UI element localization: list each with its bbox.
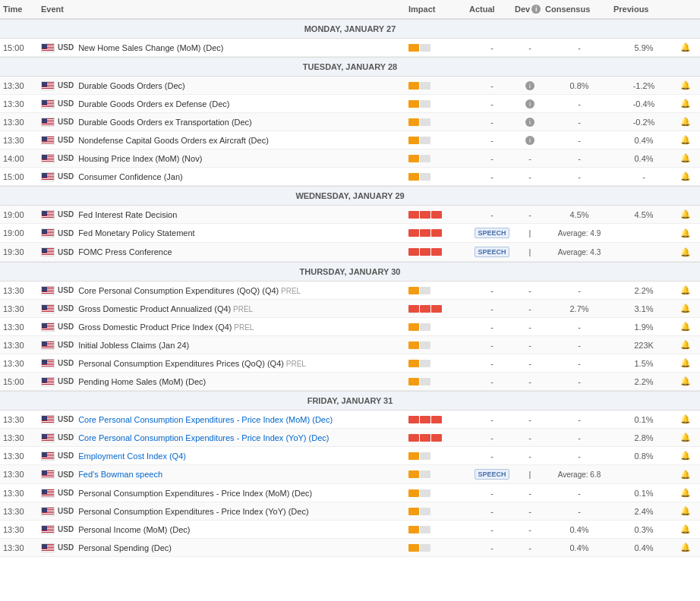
event-name: Pending Home Sales (MoM) (Dec): [78, 377, 206, 386]
currency-label: USD: [58, 136, 74, 144]
impact-cell: [408, 82, 469, 90]
dev-cell: |: [515, 247, 545, 256]
table-row: 13:30USDPersonal Consumption Expenditure…: [0, 502, 700, 521]
impact-bar: [408, 416, 442, 423]
flag-icon: [41, 359, 55, 368]
impact-cell: [408, 526, 469, 533]
bell-icon[interactable]: 🔔: [674, 506, 697, 516]
event-time: 13:30: [3, 304, 41, 313]
bell-icon[interactable]: 🔔: [674, 135, 697, 145]
event-name: Personal Consumption Expenditures - Pric…: [78, 507, 308, 516]
actual-cell: SPEECH: [469, 469, 515, 480]
event-name-link[interactable]: Employment Cost Index (Q4): [78, 452, 186, 461]
flag-icon: [41, 323, 55, 332]
bell-icon[interactable]: 🔔: [674, 117, 697, 127]
previous-cell: 4.5%: [613, 210, 674, 219]
prel-label: PREL: [231, 305, 253, 313]
consensus-cell: -: [545, 154, 613, 163]
previous-cell: 0.1%: [613, 489, 674, 498]
table-row: 13:30USDCore Personal Consumption Expend…: [0, 282, 700, 300]
previous-cell: 0.4%: [613, 543, 674, 552]
bell-icon[interactable]: 🔔: [674, 358, 697, 368]
table-row: 13:30USDDurable Goods Orders ex Defense …: [0, 95, 700, 113]
flag-icon: [41, 433, 55, 442]
event-country-name: USDFOMC Press Conference: [41, 247, 408, 256]
impact-cell: [408, 508, 469, 515]
event-time: 15:00: [3, 43, 41, 52]
bell-icon[interactable]: 🔔: [674, 451, 697, 461]
bell-icon[interactable]: 🔔: [674, 433, 697, 442]
dev-info-icon[interactable]: i: [531, 5, 541, 14]
consensus-cell: -: [545, 118, 613, 127]
bell-icon[interactable]: 🔔: [674, 42, 697, 52]
event-country-name: USDNondefense Capital Goods Orders ex Ai…: [41, 136, 408, 145]
event-time: 13:30: [3, 99, 41, 109]
event-name: Initial Jobless Claims (Jan 24): [78, 341, 189, 350]
consensus-cell: 0.4%: [545, 525, 613, 534]
event-time: 19:00: [3, 210, 41, 219]
flag-icon: [41, 247, 55, 256]
info-icon[interactable]: i: [525, 136, 534, 145]
event-time: 15:00: [3, 377, 41, 386]
bell-icon[interactable]: 🔔: [674, 247, 697, 257]
impact-bar: [408, 508, 430, 515]
impact-cell: [408, 452, 469, 460]
event-name-link[interactable]: Core Personal Consumption Expenditures -…: [78, 433, 329, 442]
bell-icon[interactable]: 🔔: [674, 209, 697, 219]
consensus-cell: -: [545, 286, 613, 295]
impact-bar: [408, 452, 430, 460]
previous-cell: 2.4%: [613, 507, 674, 516]
bell-icon[interactable]: 🔔: [674, 322, 697, 332]
bell-icon[interactable]: 🔔: [674, 304, 697, 313]
flag-icon: [41, 172, 55, 181]
bell-icon[interactable]: 🔔: [674, 543, 697, 552]
bell-icon[interactable]: 🔔: [674, 228, 697, 238]
bell-icon[interactable]: 🔔: [674, 470, 697, 480]
event-country-name: USDHousing Price Index (MoM) (Nov): [41, 154, 408, 163]
event-time: 19:00: [3, 228, 41, 238]
event-country-name: USDPersonal Consumption Expenditures - P…: [41, 489, 408, 498]
actual-cell: -: [469, 525, 515, 534]
bell-icon[interactable]: 🔔: [674, 99, 697, 109]
dev-cell: -: [515, 210, 545, 219]
bell-icon[interactable]: 🔔: [674, 376, 697, 386]
event-name: FOMC Press Conference: [78, 247, 172, 256]
bell-icon[interactable]: 🔔: [674, 414, 697, 424]
info-icon[interactable]: i: [525, 99, 534, 109]
previous-cell: 2.2%: [613, 377, 674, 386]
bell-icon[interactable]: 🔔: [674, 171, 697, 181]
info-icon[interactable]: i: [525, 118, 534, 127]
bell-icon[interactable]: 🔔: [674, 80, 697, 90]
bell-icon[interactable]: 🔔: [674, 488, 697, 498]
event-country-name: USDPersonal Spending (Dec): [41, 543, 408, 552]
actual-cell: -: [469, 154, 515, 163]
impact-bar: [408, 211, 442, 219]
event-name-link[interactable]: Core Personal Consumption Expenditures -…: [78, 415, 333, 424]
actual-cell: -: [469, 415, 515, 424]
currency-label: USD: [58, 43, 74, 52]
event-name-link[interactable]: Fed's Bowman speech: [78, 470, 162, 479]
prel-label: PREL: [279, 287, 301, 295]
actual-cell: -: [469, 489, 515, 498]
impact-cell: [408, 229, 469, 237]
impact-cell: [408, 434, 469, 442]
event-time: 13:30: [3, 507, 41, 516]
bell-icon[interactable]: 🔔: [674, 285, 697, 295]
flag-icon: [41, 489, 55, 498]
header-impact: Impact: [408, 5, 469, 14]
bell-icon[interactable]: 🔔: [674, 340, 697, 350]
day-separator: WEDNESDAY, JANUARY 29: [0, 186, 700, 206]
dev-cell: |: [515, 470, 545, 479]
calendar-body: MONDAY, JANUARY 2715:00USDNew Home Sales…: [0, 19, 700, 557]
previous-cell: 1.9%: [613, 323, 674, 332]
consensus-cell: 2.7%: [545, 304, 613, 313]
previous-cell: 0.4%: [613, 154, 674, 163]
event-country-name: USDCore Personal Consumption Expenditure…: [41, 286, 408, 295]
consensus-cell: -: [545, 359, 613, 368]
info-icon[interactable]: i: [525, 81, 534, 90]
impact-bar: [408, 434, 442, 442]
bell-icon[interactable]: 🔔: [674, 524, 697, 534]
bell-icon[interactable]: 🔔: [674, 153, 697, 163]
dev-cell: -: [515, 323, 545, 332]
event-time: 13:30: [3, 136, 41, 145]
